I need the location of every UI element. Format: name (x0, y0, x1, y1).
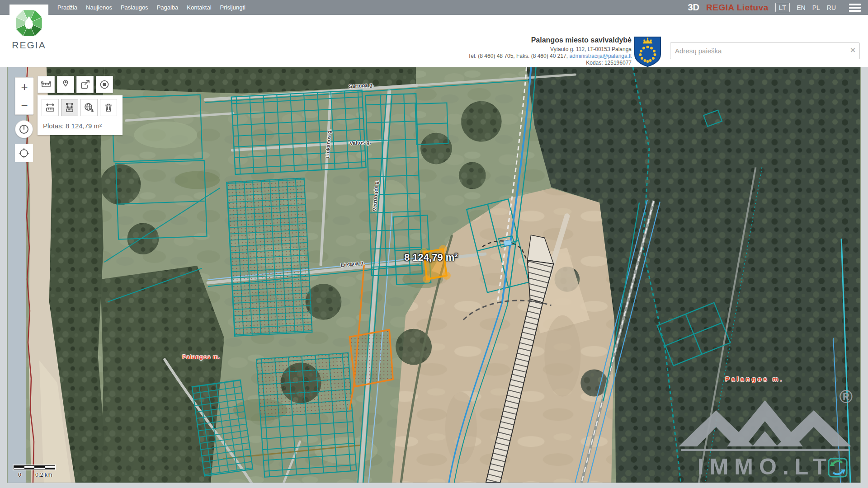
view-3d-button[interactable]: 3D (688, 2, 699, 13)
circle-dot-icon (99, 79, 110, 90)
language-ru[interactable]: RU (827, 4, 836, 11)
trash-icon (103, 102, 114, 113)
time-slider-button[interactable] (15, 120, 33, 138)
address-search-input[interactable] (670, 42, 860, 59)
nav-item-pagalba[interactable]: Pagalba (157, 4, 179, 11)
municipality-name: Palangos miesto savivaldybė (468, 36, 632, 44)
record-location-button[interactable] (96, 76, 113, 93)
measure-distance-button[interactable] (38, 76, 55, 93)
palanga-coat-of-arms (634, 36, 661, 67)
area-readout: Plotas: 8 124,79 m² (42, 122, 118, 130)
nav-item-naujienos[interactable]: Naujienos (86, 4, 112, 11)
main-menu: Pradžia Naujienos Paslaugos Pagalba Kont… (57, 0, 245, 15)
ruler-icon (41, 79, 52, 90)
vertex-handle[interactable] (443, 272, 451, 280)
measure-panel: Plotas: 8 124,79 m² (38, 95, 123, 135)
satellite-map-canvas[interactable] (7, 67, 861, 483)
share-button[interactable] (76, 76, 94, 93)
map-pin-icon (60, 79, 71, 90)
nav-item-prisijungti[interactable]: Prisijungti (220, 4, 245, 11)
nav-item-pradzia[interactable]: Pradžia (57, 4, 77, 11)
search-clear-icon[interactable]: × (850, 45, 855, 55)
share-arrow-icon (80, 79, 90, 90)
vertex-handle[interactable] (439, 245, 447, 253)
regia-logo[interactable]: REGIA (9, 5, 48, 62)
nav-item-paslaugos[interactable]: Paslaugos (121, 4, 148, 11)
locate-me-button[interactable] (15, 144, 33, 162)
municipality-email-link[interactable]: administracija@palanga.lt (569, 53, 632, 59)
area-polygon-icon (64, 102, 75, 113)
municipality-address: Vytauto g. 112, LT-00153 Palanga (468, 46, 632, 53)
globe-cursor-icon (84, 102, 94, 113)
identify-globe-button[interactable] (80, 99, 98, 116)
regia-lietuva-link[interactable]: REGIA Lietuva (706, 3, 769, 13)
measure-length-button[interactable] (42, 99, 59, 116)
municipality-code: Kodas: 125196077 (468, 60, 632, 66)
clear-measurement-button[interactable] (100, 99, 117, 116)
hamburger-menu-icon[interactable] (849, 4, 861, 12)
nav-item-kontaktai[interactable]: Kontaktai (187, 4, 211, 11)
vertex-handle[interactable] (423, 275, 431, 283)
municipality-contacts: Tel. (8 460) 48 705, Faks. (8 460) 40 21… (468, 53, 569, 59)
minus-icon: − (21, 99, 28, 111)
language-en[interactable]: EN (797, 4, 805, 11)
crosshair-icon (19, 148, 29, 159)
measure-area-button[interactable] (61, 99, 78, 116)
top-navbar: Pradžia Naujienos Paslaugos Pagalba Kont… (0, 0, 868, 15)
plus-icon: + (21, 81, 28, 93)
vertex-handle[interactable] (420, 248, 428, 256)
language-lt[interactable]: LT (775, 3, 790, 12)
regia-gem-icon (14, 8, 44, 38)
language-pl[interactable]: PL (812, 4, 820, 11)
clock-icon (19, 124, 29, 135)
add-marker-button[interactable] (57, 76, 74, 93)
map-viewport[interactable]: 8 124,79 m² Sarmos g. Liuksnos g. Valtos… (7, 67, 861, 483)
zoom-in-button[interactable]: + (15, 78, 33, 96)
page-header: Palangos miesto savivaldybė Vytauto g. 1… (0, 15, 868, 67)
regia-logo-text: REGIA (9, 40, 48, 51)
length-ruler-icon (45, 102, 56, 113)
zoom-out-button[interactable]: − (15, 96, 33, 114)
